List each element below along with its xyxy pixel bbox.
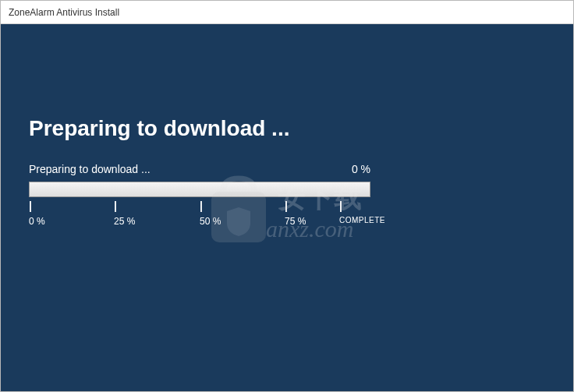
window-title: ZoneAlarm Antivirus Install <box>9 7 119 18</box>
page-heading: Preparing to download ... <box>29 116 289 141</box>
installer-window: ZoneAlarm Antivirus Install Preparing to… <box>0 0 574 392</box>
tick-50: | 50 % <box>200 200 221 227</box>
status-row: Preparing to download ... 0 % <box>29 163 370 175</box>
progress-ticks: | 0 % | 25 % | 50 % | 75 % | COMPLETE <box>29 200 370 231</box>
progress-bar <box>29 182 370 197</box>
tick-0: | 0 % <box>29 200 45 227</box>
tick-mark: | <box>285 200 306 211</box>
tick-mark: | <box>29 200 45 211</box>
tick-25: | 25 % <box>114 200 135 227</box>
window-titlebar[interactable]: ZoneAlarm Antivirus Install <box>1 1 573 24</box>
tick-mark: | <box>200 200 221 211</box>
tick-label-50: 50 % <box>200 216 221 227</box>
percent-text: 0 % <box>352 163 370 175</box>
status-text: Preparing to download ... <box>29 163 151 175</box>
tick-75: | 75 % <box>285 200 306 227</box>
tick-label-75: 75 % <box>285 216 306 227</box>
tick-label-0: 0 % <box>29 216 45 227</box>
tick-mark: | <box>114 200 135 211</box>
tick-complete: | COMPLETE <box>339 200 385 224</box>
tick-label-25: 25 % <box>114 216 135 227</box>
installer-content: Preparing to download ... Preparing to d… <box>1 24 573 391</box>
tick-label-complete: COMPLETE <box>339 216 385 224</box>
tick-mark: | <box>339 200 385 211</box>
